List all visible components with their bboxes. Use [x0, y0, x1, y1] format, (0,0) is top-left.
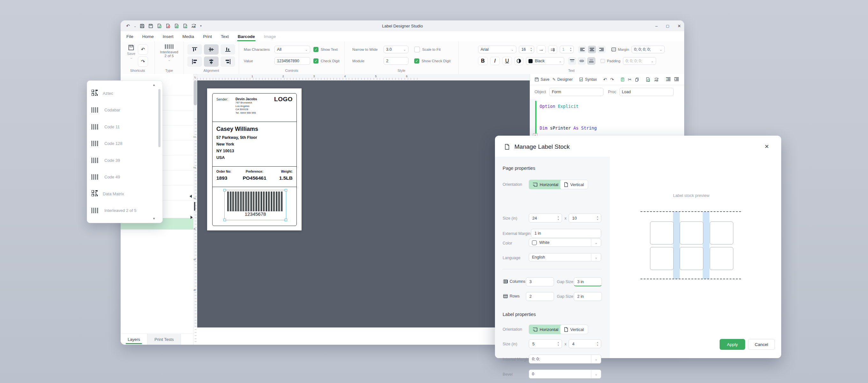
scale-to-fit-checkbox[interactable]: [414, 47, 420, 52]
text-direction-button[interactable]: →: [537, 45, 546, 54]
dropdown-arrow-icon[interactable]: ▼: [199, 25, 202, 27]
design-canvas[interactable]: Sender: Devin Jacobs 787 Brunswick Los A…: [197, 81, 530, 327]
align-middle-button[interactable]: [204, 45, 219, 55]
chevron-down-icon[interactable]: ⌄: [134, 24, 136, 28]
row-gap-input[interactable]: 2 in: [574, 292, 602, 301]
line-count-spinner[interactable]: 1▲▼: [560, 46, 574, 53]
tab-layers[interactable]: Layers: [121, 334, 147, 345]
columns-input[interactable]: 3: [526, 277, 554, 286]
column-gap-input[interactable]: 3 in: [574, 277, 602, 286]
halign-left-button[interactable]: [578, 46, 587, 53]
valign-bottom-button[interactable]: [587, 57, 595, 65]
minimize-button[interactable]: –: [655, 24, 657, 28]
save-button[interactable]: Save ⌄: [127, 45, 135, 67]
align-bottom-button[interactable]: [220, 45, 235, 55]
scroll-down-icon[interactable]: ▼: [153, 217, 155, 220]
code-redo-button[interactable]: ↷: [610, 77, 614, 82]
indent-increase-button[interactable]: [674, 77, 679, 82]
ruler-marker-left-icon[interactable]: [190, 195, 192, 198]
document-grid-icon[interactable]: [174, 23, 179, 29]
dialog-close-button[interactable]: ✕: [765, 143, 769, 150]
label-orientation-vertical-button[interactable]: Vertical: [560, 325, 588, 334]
spinner-arrows-icon[interactable]: ▲▼: [530, 47, 532, 52]
paste-button[interactable]: [620, 77, 625, 82]
barcode-selection[interactable]: 12345678: [224, 190, 286, 220]
barcode-image[interactable]: [227, 192, 283, 211]
dropdown-scrollbar[interactable]: [158, 89, 160, 147]
code-line[interactable]: [539, 112, 682, 123]
bevel-select[interactable]: 0⌄: [529, 370, 601, 379]
label-orientation-horizontal-button[interactable]: Horizontal: [529, 325, 562, 334]
selection-handle[interactable]: [223, 189, 226, 192]
check-digit-checkbox[interactable]: ✓: [313, 58, 318, 63]
narrow-to-wide-select[interactable]: 3.0⌄: [383, 46, 408, 53]
bold-button[interactable]: B: [478, 57, 488, 65]
align-left-button[interactable]: [187, 57, 202, 67]
save-icon[interactable]: [148, 23, 154, 29]
rows-input[interactable]: 2: [526, 292, 554, 301]
menu-item-barcode[interactable]: Barcode: [237, 32, 256, 41]
find-button[interactable]: [646, 77, 650, 82]
object-input[interactable]: Form: [549, 88, 603, 96]
margin-select[interactable]: 0; 0; 0; 0;⌄: [631, 46, 665, 53]
italic-button[interactable]: I: [490, 57, 500, 65]
selection-handle[interactable]: [285, 218, 287, 221]
page-height-spinner[interactable]: 10▲▼: [569, 213, 601, 223]
valign-middle-button[interactable]: [578, 57, 586, 65]
valign-top-button[interactable]: [568, 57, 576, 65]
cancel-button[interactable]: Cancel: [748, 339, 775, 350]
label-design[interactable]: Sender: Devin Jacobs 787 Brunswick Los A…: [212, 93, 297, 226]
code-line[interactable]: Dim sPrinter As String: [539, 123, 682, 134]
show-check-digit-checkbox[interactable]: ✓: [414, 58, 419, 63]
document-search-icon[interactable]: [182, 23, 188, 29]
code-line[interactable]: Option Explicit: [539, 101, 682, 112]
selection-handle[interactable]: [223, 218, 226, 221]
text-wrap-button[interactable]: ⇉: [548, 45, 557, 54]
contrast-color-button[interactable]: [515, 57, 523, 65]
barcode-type-option[interactable]: Code 39: [92, 155, 153, 166]
menu-item-file[interactable]: File: [126, 32, 134, 41]
proc-input[interactable]: Load: [619, 88, 674, 96]
module-input[interactable]: 2: [383, 57, 408, 65]
align-center-button[interactable]: [204, 57, 219, 67]
copy-button[interactable]: [635, 77, 639, 82]
code-designer-button[interactable]: ✎Designer: [552, 77, 572, 82]
padding-select[interactable]: 0; 0; 0; 0;⌄: [623, 57, 656, 65]
document-refresh-icon[interactable]: [156, 23, 162, 29]
menu-item-insert[interactable]: Insert: [162, 32, 174, 41]
barcode-type-option[interactable]: Code 49: [92, 172, 153, 182]
label-height-spinner[interactable]: 4▲▼: [569, 339, 601, 348]
undo-button[interactable]: ↶: [138, 45, 148, 55]
barcode-type-option[interactable]: Codabar: [92, 105, 153, 116]
menu-item-media[interactable]: Media: [182, 32, 195, 41]
font-size-spinner[interactable]: 16▲▼: [519, 46, 534, 53]
barcode-type-option[interactable]: Code 128: [92, 138, 153, 149]
code-save-button[interactable]: Save: [534, 77, 549, 82]
label-barcode-section[interactable]: 12345678: [213, 187, 297, 226]
language-select[interactable]: English⌄: [529, 253, 601, 261]
cut-button[interactable]: ✂: [628, 77, 632, 82]
menu-item-image[interactable]: Image: [263, 32, 277, 41]
barcode-type-button[interactable]: Interleaved 2 of 5 ⌄: [160, 45, 178, 62]
color-select[interactable]: White⌄: [529, 238, 601, 247]
page-width-spinner[interactable]: 24▲▼: [529, 213, 562, 223]
show-text-checkbox[interactable]: ✓: [313, 47, 318, 52]
halign-right-button[interactable]: [597, 46, 606, 53]
document-cancel-icon[interactable]: [165, 23, 171, 29]
barcode-type-option[interactable]: Code 11: [92, 121, 153, 132]
close-button[interactable]: ✕: [678, 24, 681, 28]
chevron-down-icon[interactable]: ⌄: [168, 58, 170, 62]
external-margin-input[interactable]: 1 in: [531, 229, 601, 238]
label-width-spinner[interactable]: 5▲▼: [529, 339, 562, 348]
save-all-icon[interactable]: [139, 23, 145, 29]
redo-button[interactable]: ↷: [138, 57, 148, 67]
vertical-scrollbar[interactable]: [194, 81, 197, 105]
barcode-type-option[interactable]: Aztec: [92, 88, 153, 99]
spinner-arrows-icon[interactable]: ▲▼: [569, 47, 572, 52]
menu-item-print[interactable]: Print: [202, 32, 213, 41]
page-orientation-horizontal-button[interactable]: Horizontal: [529, 180, 562, 189]
barcode-type-option[interactable]: Interleaved 2 of 5: [92, 205, 153, 216]
chevron-down-icon[interactable]: ⌄: [130, 56, 132, 59]
barcode-value-input[interactable]: 1234567890: [274, 57, 310, 65]
page-orientation-vertical-button[interactable]: Vertical: [560, 180, 588, 189]
